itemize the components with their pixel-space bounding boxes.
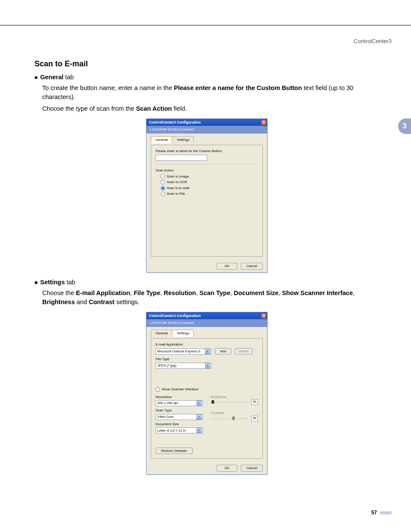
label-brightness: Brightness: [211, 395, 258, 400]
label-custom-name: Please enter a name for the Custom Butto…: [156, 149, 258, 154]
chevron-down-icon: ▾: [196, 401, 202, 406]
label-scan-action: Scan Action: [156, 168, 258, 173]
para-choose-scan: Choose the type of scan from the Scan Ac…: [42, 104, 379, 113]
cancel-button[interactable]: Cancel: [241, 465, 263, 472]
dlg2-title: ControlCenter3 Configuration: [149, 313, 201, 318]
tab-settings[interactable]: Settings: [172, 136, 194, 144]
contrast-slider[interactable]: 50: [211, 417, 258, 421]
add-button[interactable]: Add: [215, 348, 231, 355]
label-file-type: File Type: [156, 357, 258, 362]
footer-bar-icon: [380, 511, 392, 514]
label-resolution: Resolution: [156, 395, 203, 400]
email-app-select[interactable]: Microsoft Outlook Express 6▾: [156, 348, 212, 355]
scan-type-select[interactable]: 24bit Color▾: [156, 414, 203, 420]
bullet-icon: ■: [34, 74, 37, 81]
contrast-value: 50: [251, 416, 258, 421]
bullet-text: General tab: [40, 73, 74, 82]
close-icon[interactable]: ✕: [261, 313, 266, 318]
cancel-button[interactable]: Cancel: [241, 263, 263, 270]
top-rule: [0, 25, 411, 25]
radio-scan-email[interactable]: Scan to E-mail: [161, 186, 258, 191]
tab-general[interactable]: General: [151, 330, 172, 337]
label-scan-type: Scan Type: [156, 408, 203, 413]
radio-scan-ocr[interactable]: Scan to OCR: [161, 180, 258, 185]
dialog-general: ControlCenter3 Configuration ✕ [ CUSTOM …: [146, 118, 268, 273]
delete-button[interactable]: Delete: [235, 348, 252, 355]
brightness-slider[interactable]: 50: [211, 400, 258, 404]
bullet-settings: ■ Settings tab: [34, 278, 379, 287]
brightness-value: 50: [251, 399, 258, 405]
chevron-down-icon: ▾: [196, 428, 202, 433]
page-footer: 57: [371, 510, 392, 516]
para-settings: Choose the E-mail Application, File Type…: [42, 289, 379, 307]
label-doc-size: Document Size: [156, 422, 203, 427]
dlg2-panel: E-mail Application Microsoft Outlook Exp…: [151, 338, 263, 459]
label-email-app: E-mail Application: [156, 342, 258, 347]
custom-name-input[interactable]: [156, 155, 207, 161]
tab-settings[interactable]: Settings: [172, 330, 194, 337]
ok-button[interactable]: OK: [217, 263, 237, 270]
dlg2-tabs: General Settings: [151, 330, 263, 337]
chevron-down-icon: ▾: [205, 349, 210, 354]
dlg1-title: ControlCenter3 Configuration: [149, 120, 201, 125]
dialog-settings: ControlCenter3 Configuration ✕ [ CUSTOM …: [146, 312, 268, 475]
section-title: Scan to E-mail: [34, 58, 379, 69]
show-scanner-checkbox[interactable]: Show Scanner Interface: [156, 387, 258, 392]
close-icon[interactable]: ✕: [261, 120, 266, 125]
dlg2-subtitle: [ CUSTOM SCAN ] Custom3: [146, 319, 267, 327]
para-create-name: To create the button name, enter a name …: [42, 84, 379, 102]
page-number: 57: [371, 510, 377, 516]
bullet-text: Settings tab: [40, 278, 75, 287]
ok-button[interactable]: OK: [217, 465, 237, 472]
bullet-general: ■ General tab: [34, 73, 379, 82]
chevron-down-icon: ▾: [205, 363, 210, 368]
dlg1-subtitle: [ CUSTOM SCAN ] Custom3: [146, 126, 267, 134]
file-type-select[interactable]: JPEG (*.jpg)▾: [156, 363, 212, 369]
chapter-tab: 3: [398, 118, 411, 134]
tab-general[interactable]: General: [151, 136, 172, 144]
radio-scan-file[interactable]: Scan to File: [161, 191, 258, 196]
resolution-select[interactable]: 200 x 200 dpi▾: [156, 400, 203, 406]
restore-defaults-button[interactable]: Restore Defaults: [156, 448, 193, 454]
content: Scan to E-mail ■ General tab To create t…: [34, 58, 379, 480]
radio-scan-image[interactable]: Scan to Image: [161, 174, 258, 179]
dlg1-panel: Please enter a name for the Custom Butto…: [151, 145, 263, 257]
bullet-icon: ■: [34, 279, 37, 286]
dlg1-titlebar: ControlCenter3 Configuration ✕: [146, 119, 267, 126]
dlg2-titlebar: ControlCenter3 Configuration ✕: [146, 312, 267, 319]
chevron-down-icon: ▾: [196, 414, 202, 420]
doc-size-select[interactable]: Letter 8 1/2 x 11 in▾: [156, 427, 203, 433]
label-contrast: Contrast: [211, 411, 258, 416]
dlg1-tabs: General Settings: [151, 136, 263, 144]
header-product: ControlCenter3: [354, 38, 392, 44]
